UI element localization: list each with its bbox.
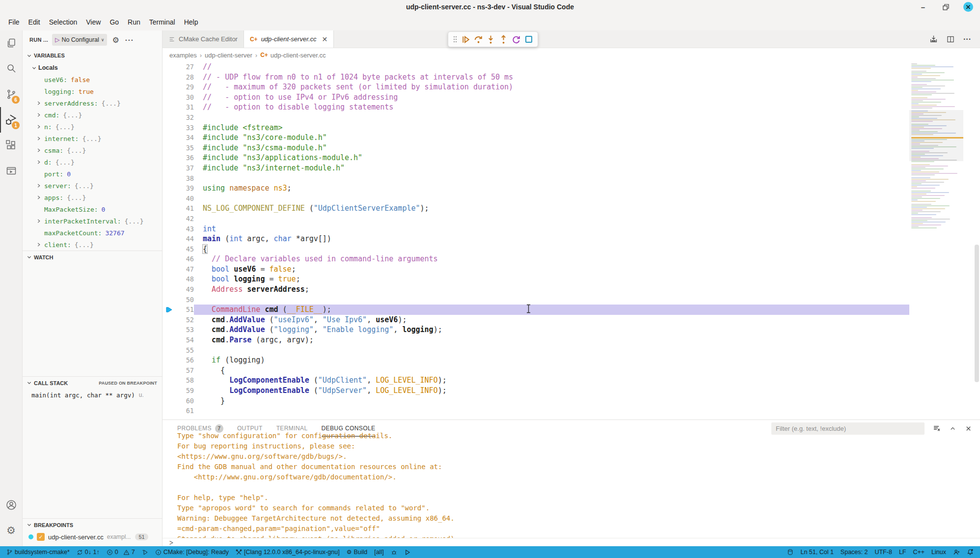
code-line[interactable]: 32 — [163, 112, 980, 123]
code-line[interactable]: 39using namespace ns3; — [163, 183, 980, 194]
variable-row[interactable]: cmd:{...} — [23, 109, 162, 121]
stop-button[interactable] — [524, 34, 534, 44]
activity-explorer[interactable] — [0, 30, 22, 56]
code-line[interactable]: 47 bool useV6 = false; — [163, 264, 980, 275]
variable-row[interactable]: internet:{...} — [23, 133, 162, 144]
line-number[interactable]: 39 — [175, 183, 194, 194]
close-icon[interactable]: ✕ — [322, 35, 328, 43]
status-item-lf[interactable]: LF — [896, 546, 910, 558]
code-line[interactable]: 36#include "ns3/applications-module.h" — [163, 153, 980, 163]
code-line[interactable]: 46 // Declare variables used in command-… — [163, 254, 980, 264]
run-or-open-icon[interactable] — [929, 35, 938, 43]
line-number[interactable]: 55 — [175, 345, 194, 356]
menu-item-view[interactable]: View — [82, 16, 105, 28]
menu-item-file[interactable]: File — [4, 16, 24, 28]
step-over-button[interactable] — [473, 34, 484, 45]
line-number[interactable]: 49 — [175, 284, 194, 295]
chevron-right-icon[interactable] — [36, 183, 44, 188]
menu-item-help[interactable]: Help — [180, 16, 203, 28]
chevron-right-icon[interactable] — [36, 101, 44, 106]
breakpoints-header[interactable]: BREAKPOINTS — [23, 518, 162, 531]
continue-button[interactable] — [461, 34, 471, 45]
code-line[interactable]: 57 { — [163, 365, 980, 376]
line-number[interactable]: 60 — [175, 396, 194, 406]
status-item-feedback[interactable] — [950, 546, 963, 558]
code-line[interactable]: 30// - option to use IPv4 or IPv6 addres… — [163, 92, 980, 103]
variable-row[interactable]: interPacketInterval:{...} — [23, 215, 162, 227]
menu-item-run[interactable]: Run — [123, 16, 145, 28]
line-number[interactable]: 48 — [175, 274, 194, 284]
line-number[interactable]: 35 — [175, 143, 194, 153]
line-number[interactable]: 52 — [175, 315, 194, 325]
line-number[interactable]: 33 — [175, 123, 194, 133]
manage-button[interactable]: ⚙ — [0, 518, 22, 543]
code-line[interactable]: 52 cmd.AddValue ("useIpv6", "Use Ipv6", … — [163, 315, 980, 325]
line-number[interactable]: 58 — [175, 375, 194, 386]
line-number[interactable]: 36 — [175, 153, 194, 163]
line-number[interactable]: 56 — [175, 355, 194, 365]
variable-row[interactable]: csma:{...} — [23, 144, 162, 156]
line-number[interactable]: 44 — [175, 234, 194, 244]
breadcrumb-item[interactable]: udp-client-server — [205, 52, 252, 59]
chevron-right-icon[interactable] — [36, 195, 44, 200]
status-item-ln-51-col-1[interactable]: Ln 51, Col 1 — [797, 546, 837, 558]
code-line[interactable]: 34#include "ns3/core-module.h" — [163, 133, 980, 143]
line-number[interactable]: 40 — [175, 194, 194, 204]
status-item-linux[interactable]: Linux — [928, 546, 950, 558]
variable-row[interactable]: MaxPacketSize:0 — [23, 203, 162, 215]
variable-row[interactable]: useV6:false — [23, 74, 162, 85]
status-item-play[interactable] — [401, 546, 414, 558]
close-button[interactable]: ✕ — [963, 2, 973, 12]
activity-run-view[interactable] — [0, 158, 22, 184]
status-item-build[interactable]: ⚙Build — [343, 546, 371, 558]
line-number[interactable]: 29 — [175, 82, 194, 92]
activity-run-debug[interactable]: 1 — [0, 107, 22, 133]
line-number[interactable]: 32 — [175, 112, 194, 123]
code-line[interactable]: 33#include <fstream> — [163, 123, 980, 133]
activity-extensions[interactable] — [0, 133, 22, 158]
restore-button[interactable] — [941, 2, 951, 12]
line-number[interactable]: 59 — [175, 386, 194, 396]
code-line[interactable]: 55 — [163, 345, 980, 356]
code-line[interactable]: 27// — [163, 62, 980, 72]
status-item-bug[interactable] — [387, 546, 401, 558]
line-number[interactable]: 61 — [175, 406, 194, 416]
line-number[interactable]: 43 — [175, 224, 194, 234]
status-item-buildsystem-cmake[interactable]: buildsystem-cmake* — [3, 546, 73, 558]
status-item-utf-8[interactable]: UTF-8 — [871, 546, 895, 558]
code-line[interactable]: 61 — [163, 406, 980, 416]
code-line[interactable]: 37#include "ns3/internet-module.h" — [163, 163, 980, 173]
menu-item-selection[interactable]: Selection — [45, 16, 82, 28]
variable-row[interactable]: d:{...} — [23, 156, 162, 168]
line-number[interactable]: 27 — [175, 62, 194, 72]
step-into-button[interactable] — [486, 34, 496, 45]
line-number[interactable]: 31 — [175, 102, 194, 112]
more-actions-icon[interactable]: ··· — [963, 35, 971, 44]
status-item-db[interactable] — [784, 546, 797, 558]
line-number[interactable]: 30 — [175, 92, 194, 103]
chevron-right-icon[interactable] — [36, 148, 44, 153]
breadcrumb-item[interactable]: examples — [169, 52, 197, 59]
line-number[interactable]: 41 — [175, 203, 194, 214]
code-line[interactable]: 28// - UDP flow from n0 to n1 of 1024 by… — [163, 72, 980, 83]
code-editor[interactable]: 27//28// - UDP flow from n0 to n1 of 102… — [163, 62, 980, 419]
line-number[interactable]: 46 — [175, 254, 194, 264]
configure-gear-icon[interactable]: ⚙ — [112, 35, 119, 45]
tab-cmake-cache-editor[interactable]: CMake Cache Editor — [163, 30, 244, 48]
toolbar-drag-handle[interactable] — [452, 35, 458, 44]
account-button[interactable] — [0, 492, 22, 518]
code-line[interactable]: 48 bool logging = true; — [163, 274, 980, 284]
line-number[interactable]: 38 — [175, 173, 194, 184]
line-number[interactable]: 50 — [175, 295, 194, 305]
more-actions-icon[interactable]: ··· — [125, 36, 134, 44]
status-item-bell[interactable] — [963, 546, 977, 558]
variables-header[interactable]: VARIABLES — [23, 49, 162, 62]
code-line[interactable]: 43int — [163, 224, 980, 234]
status-item-all[interactable]: [all] — [371, 546, 387, 558]
variable-row[interactable]: maxPacketCount:32767 — [23, 227, 162, 239]
debug-console-output[interactable]: Type "show configuration" for configurat… — [163, 431, 980, 538]
chevron-right-icon[interactable] — [36, 124, 44, 129]
code-line[interactable]: 58 LogComponentEnable ("UdpClient", LOG_… — [163, 375, 980, 386]
code-line[interactable]: 50 — [163, 295, 980, 305]
status-item-problems[interactable]: 07 — [103, 546, 138, 558]
